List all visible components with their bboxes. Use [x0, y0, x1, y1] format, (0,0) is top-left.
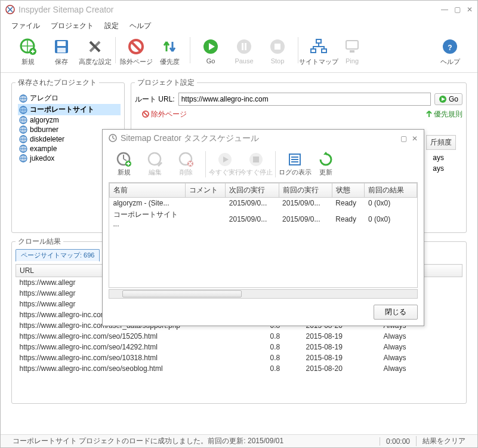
- clock-plus-icon: [116, 151, 132, 168]
- dlg-delete-button[interactable]: 削除: [171, 151, 202, 177]
- globe-icon: [19, 135, 27, 143]
- minimize-button[interactable]: —: [441, 5, 448, 14]
- clock-small-icon: [109, 134, 117, 144]
- schedule-col[interactable]: 前回の実行: [279, 183, 332, 198]
- project-item[interactable]: アレグロ: [18, 93, 121, 104]
- status-text: コーポレートサイト プロジェクトのロードに成功しました。前回の更新: 2015/…: [7, 436, 326, 446]
- menu-file[interactable]: ファイル: [11, 21, 40, 31]
- globe-icon: [19, 125, 27, 134]
- project-settings-legend: プロジェクト設定: [135, 78, 197, 88]
- pause-button[interactable]: Pause: [227, 37, 261, 65]
- log-icon: [286, 151, 303, 168]
- svg-rect-15: [322, 49, 326, 53]
- freq-cells-fragment: ays ays: [433, 152, 444, 174]
- dialog-toolbar: 新規 編集 削除 今すぐ実行 今すぐ停止 ログの表示 更新: [103, 148, 424, 182]
- dialog-hscrollbar[interactable]: [109, 289, 418, 299]
- table-row[interactable]: https://www.allegro-inc.com/seo/10318.ht…: [16, 352, 462, 363]
- svg-rect-10: [245, 43, 246, 50]
- refresh-icon: [317, 151, 334, 168]
- sitemap-icon: [309, 37, 328, 56]
- dialog-close-button[interactable]: ✕: [412, 134, 418, 143]
- svg-rect-17: [350, 50, 354, 53]
- help-icon: ?: [440, 37, 460, 56]
- schedule-row[interactable]: コーポレートサイト ...2015/09/0...2015/09/0...Rea…: [110, 208, 417, 229]
- globe-icon: [19, 94, 27, 103]
- dlg-edit-button[interactable]: 編集: [140, 151, 171, 177]
- priority-link[interactable]: 優先規則: [426, 109, 462, 119]
- help-button[interactable]: ? ヘルプ: [433, 37, 467, 66]
- title-bar: Inspyder Sitemap Creator — ▢ ✕: [1, 1, 477, 19]
- advanced-settings-button[interactable]: 高度な設定: [78, 37, 112, 66]
- project-item[interactable]: algoryzm: [18, 115, 121, 125]
- schedule-row[interactable]: algoryzm - (Site...2015/09/0...2015/09/0…: [110, 198, 417, 209]
- dlg-refresh-button[interactable]: 更新: [310, 151, 341, 177]
- save-button[interactable]: 保存: [45, 37, 78, 66]
- svg-rect-5: [57, 48, 66, 53]
- play-icon: [201, 37, 220, 56]
- clock-delete-icon: [178, 151, 195, 168]
- svg-rect-14: [311, 49, 316, 53]
- menu-settings[interactable]: 設定: [104, 21, 119, 31]
- table-row[interactable]: https://www.allegro-inc.com/seo/seoblog.…: [16, 363, 462, 374]
- app-icon: [5, 5, 15, 14]
- new-button[interactable]: 新規: [11, 37, 45, 66]
- menu-project[interactable]: プロジェクト: [51, 21, 94, 31]
- clear-results-button[interactable]: 結果をクリア: [416, 436, 471, 446]
- schedule-col[interactable]: 状態: [332, 183, 365, 198]
- globe-icon: [19, 154, 27, 162]
- schedule-col[interactable]: 名前: [110, 183, 186, 198]
- maximize-button[interactable]: ▢: [454, 5, 461, 14]
- svg-point-39: [149, 153, 161, 165]
- stop-icon: [268, 37, 287, 56]
- priority-button[interactable]: 優先度: [153, 37, 186, 66]
- run-now-icon: [217, 151, 233, 168]
- close-button[interactable]: ✕: [467, 5, 473, 14]
- menu-bar: ファイル プロジェクト 設定 ヘルプ: [1, 19, 477, 33]
- globe-plus-icon: [18, 37, 38, 56]
- pause-icon: [235, 37, 254, 56]
- crawl-results-legend: クロール結果: [16, 237, 63, 247]
- priority-arrows-icon: [160, 37, 179, 56]
- tab-page-sitemap[interactable]: ページサイトマップ: 696: [16, 249, 100, 262]
- window-title: Inspyder Sitemap Creator: [18, 5, 441, 14]
- dlg-showlog-button[interactable]: ログの表示: [279, 151, 310, 177]
- dlg-stop-now-button[interactable]: 今すぐ停止: [240, 151, 272, 177]
- stop-now-icon: [248, 151, 264, 168]
- go-button[interactable]: Go: [194, 37, 227, 65]
- ping-button[interactable]: Ping: [335, 37, 369, 65]
- exclude-link[interactable]: 除外ページ: [142, 109, 187, 119]
- globe-icon: [19, 106, 27, 114]
- project-item[interactable]: コーポレートサイト: [18, 104, 121, 115]
- save-icon: [52, 37, 71, 56]
- play-small-icon: [439, 95, 447, 103]
- schedule-col[interactable]: 前回の結果: [365, 183, 417, 198]
- go-url-button[interactable]: Go: [434, 93, 462, 105]
- table-row[interactable]: https://www.allegro-inc.com/seo/15205.ht…: [16, 331, 462, 342]
- schedule-col[interactable]: コメント: [185, 183, 226, 198]
- svg-point-8: [237, 39, 251, 54]
- monitor-icon: [343, 37, 362, 56]
- root-url-input[interactable]: [178, 93, 431, 106]
- status-bar: コーポレートサイト プロジェクトのロードに成功しました。前回の更新: 2015/…: [1, 434, 477, 447]
- dialog-close-bottom-button[interactable]: 閉じる: [374, 305, 418, 320]
- clock-edit-icon: [147, 151, 164, 168]
- saved-projects-legend: 保存されたプロジェクト: [16, 78, 99, 88]
- stop-button[interactable]: Stop: [261, 37, 294, 65]
- status-time: 0:00:00: [380, 437, 416, 446]
- main-toolbar: 新規 保存 高度な設定 除外ページ 優先度 Go Pause Stop サイトマ…: [1, 33, 477, 73]
- schedule-table[interactable]: 名前コメント次回の実行前回の実行状態前回の結果 algoryzm - (Site…: [109, 183, 417, 229]
- table-row[interactable]: https://www.allegro-inc.com/seo/14292.ht…: [16, 342, 462, 352]
- sitemap-button[interactable]: サイトマップ: [302, 37, 335, 66]
- exclude-pages-button[interactable]: 除外ページ: [119, 37, 153, 66]
- svg-rect-4: [57, 41, 66, 46]
- schedule-col[interactable]: 次回の実行: [226, 183, 279, 198]
- svg-rect-12: [275, 44, 280, 50]
- dlg-run-button[interactable]: 今すぐ実行: [209, 151, 240, 177]
- dlg-new-button[interactable]: 新規: [109, 151, 140, 177]
- dialog-maximize-button[interactable]: ▢: [400, 134, 407, 143]
- root-url-label: ルート URL:: [135, 94, 175, 105]
- globe-icon: [19, 116, 27, 124]
- svg-rect-13: [316, 39, 321, 43]
- svg-rect-44: [253, 157, 259, 162]
- menu-help[interactable]: ヘルプ: [129, 21, 151, 31]
